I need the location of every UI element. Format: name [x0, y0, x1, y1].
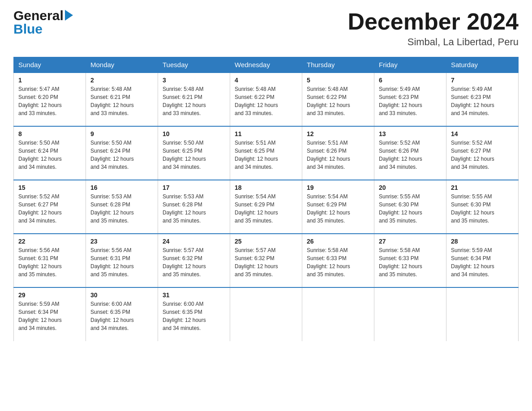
calendar-day-cell: 11 Sunrise: 5:51 AM Sunset: 6:25 PM Dayl… — [230, 126, 302, 180]
day-info: Sunrise: 5:54 AM Sunset: 6:29 PM Dayligh… — [235, 193, 297, 225]
day-number: 21 — [451, 184, 514, 191]
day-info: Sunrise: 5:52 AM Sunset: 6:27 PM Dayligh… — [18, 193, 81, 225]
day-number: 17 — [163, 184, 225, 191]
day-info: Sunrise: 5:50 AM Sunset: 6:25 PM Dayligh… — [163, 139, 225, 171]
day-number: 9 — [90, 130, 153, 137]
logo-triangle-icon — [65, 10, 73, 21]
calendar-day-cell: 6 Sunrise: 5:49 AM Sunset: 6:23 PM Dayli… — [374, 73, 446, 126]
day-number: 16 — [90, 184, 153, 191]
day-info: Sunrise: 5:50 AM Sunset: 6:24 PM Dayligh… — [18, 139, 81, 171]
calendar-day-cell: 28 Sunrise: 5:59 AM Sunset: 6:34 PM Dayl… — [446, 234, 519, 287]
logo-blue-text: Blue — [13, 22, 73, 36]
day-info: Sunrise: 5:48 AM Sunset: 6:22 PM Dayligh… — [235, 85, 297, 117]
logo: General Blue — [13, 9, 73, 36]
day-number: 3 — [163, 77, 225, 84]
calendar-day-cell: 24 Sunrise: 5:57 AM Sunset: 6:32 PM Dayl… — [158, 234, 230, 287]
calendar-day-cell: 2 Sunrise: 5:48 AM Sunset: 6:21 PM Dayli… — [86, 73, 158, 126]
location-subtitle: Simbal, La Libertad, Peru — [348, 36, 519, 48]
calendar-day-cell: 18 Sunrise: 5:54 AM Sunset: 6:29 PM Dayl… — [230, 180, 302, 234]
logo-general-text: General — [13, 9, 64, 22]
day-info: Sunrise: 5:53 AM Sunset: 6:28 PM Dayligh… — [90, 193, 153, 225]
month-title: December 2024 — [348, 9, 519, 34]
day-number: 31 — [163, 291, 225, 299]
calendar-body: 1 Sunrise: 5:47 AM Sunset: 6:20 PM Dayli… — [14, 73, 519, 341]
calendar-day-cell: 30 Sunrise: 6:00 AM Sunset: 6:35 PM Dayl… — [86, 287, 158, 341]
day-info: Sunrise: 5:58 AM Sunset: 6:33 PM Dayligh… — [307, 246, 369, 278]
calendar-day-cell: 25 Sunrise: 5:57 AM Sunset: 6:32 PM Dayl… — [230, 234, 302, 287]
day-number: 2 — [90, 77, 153, 84]
calendar-day-cell: 27 Sunrise: 5:58 AM Sunset: 6:33 PM Dayl… — [374, 234, 446, 287]
day-info: Sunrise: 5:49 AM Sunset: 6:23 PM Dayligh… — [451, 85, 514, 117]
calendar-day-cell: 3 Sunrise: 5:48 AM Sunset: 6:21 PM Dayli… — [158, 73, 230, 126]
calendar-week-row: 1 Sunrise: 5:47 AM Sunset: 6:20 PM Dayli… — [14, 73, 519, 126]
header-tuesday: Tuesday — [158, 57, 230, 73]
day-info: Sunrise: 5:50 AM Sunset: 6:24 PM Dayligh… — [90, 139, 153, 171]
calendar-day-cell — [230, 287, 302, 341]
day-number: 23 — [90, 238, 153, 245]
calendar-day-cell: 14 Sunrise: 5:52 AM Sunset: 6:27 PM Dayl… — [446, 126, 519, 180]
calendar-day-cell: 15 Sunrise: 5:52 AM Sunset: 6:27 PM Dayl… — [14, 180, 86, 234]
day-number: 12 — [307, 130, 369, 137]
calendar-day-cell: 12 Sunrise: 5:51 AM Sunset: 6:26 PM Dayl… — [302, 126, 374, 180]
calendar-day-cell — [446, 287, 519, 341]
day-info: Sunrise: 5:58 AM Sunset: 6:33 PM Dayligh… — [379, 246, 442, 278]
day-number: 14 — [451, 130, 514, 137]
day-number: 10 — [163, 130, 225, 137]
header-saturday: Saturday — [446, 57, 519, 73]
day-number: 1 — [18, 77, 81, 84]
day-info: Sunrise: 5:55 AM Sunset: 6:30 PM Dayligh… — [451, 193, 514, 225]
day-number: 19 — [307, 184, 369, 191]
calendar-day-cell — [374, 287, 446, 341]
header-monday: Monday — [86, 57, 158, 73]
day-number: 20 — [379, 184, 442, 191]
calendar-day-cell: 23 Sunrise: 5:56 AM Sunset: 6:31 PM Dayl… — [86, 234, 158, 287]
day-info: Sunrise: 5:47 AM Sunset: 6:20 PM Dayligh… — [18, 85, 81, 117]
day-info: Sunrise: 5:57 AM Sunset: 6:32 PM Dayligh… — [235, 246, 297, 278]
calendar-week-row: 8 Sunrise: 5:50 AM Sunset: 6:24 PM Dayli… — [14, 126, 519, 180]
header-thursday: Thursday — [302, 57, 374, 73]
day-number: 18 — [235, 184, 297, 191]
calendar-day-cell: 17 Sunrise: 5:53 AM Sunset: 6:28 PM Dayl… — [158, 180, 230, 234]
day-number: 6 — [379, 77, 442, 84]
day-number: 15 — [18, 184, 81, 191]
day-info: Sunrise: 5:48 AM Sunset: 6:22 PM Dayligh… — [307, 85, 369, 117]
title-block: December 2024 Simbal, La Libertad, Peru — [348, 9, 519, 48]
day-number: 13 — [379, 130, 442, 137]
day-info: Sunrise: 5:51 AM Sunset: 6:25 PM Dayligh… — [235, 139, 297, 171]
calendar-day-cell: 19 Sunrise: 5:54 AM Sunset: 6:29 PM Dayl… — [302, 180, 374, 234]
calendar-day-cell — [302, 287, 374, 341]
calendar-day-cell: 20 Sunrise: 5:55 AM Sunset: 6:30 PM Dayl… — [374, 180, 446, 234]
day-number: 27 — [379, 238, 442, 245]
header-sunday: Sunday — [14, 57, 86, 73]
day-info: Sunrise: 5:54 AM Sunset: 6:29 PM Dayligh… — [307, 193, 369, 225]
day-info: Sunrise: 5:48 AM Sunset: 6:21 PM Dayligh… — [163, 85, 225, 117]
day-info: Sunrise: 5:52 AM Sunset: 6:27 PM Dayligh… — [451, 139, 514, 171]
day-number: 26 — [307, 238, 369, 245]
day-number: 11 — [235, 130, 297, 137]
calendar-day-cell: 31 Sunrise: 6:00 AM Sunset: 6:35 PM Dayl… — [158, 287, 230, 341]
day-number: 4 — [235, 77, 297, 84]
day-info: Sunrise: 5:52 AM Sunset: 6:26 PM Dayligh… — [379, 139, 442, 171]
calendar-day-cell: 26 Sunrise: 5:58 AM Sunset: 6:33 PM Dayl… — [302, 234, 374, 287]
day-info: Sunrise: 5:49 AM Sunset: 6:23 PM Dayligh… — [379, 85, 442, 117]
day-number: 7 — [451, 77, 514, 84]
calendar-day-cell: 4 Sunrise: 5:48 AM Sunset: 6:22 PM Dayli… — [230, 73, 302, 126]
calendar-day-cell: 29 Sunrise: 5:59 AM Sunset: 6:34 PM Dayl… — [14, 287, 86, 341]
calendar-day-cell: 21 Sunrise: 5:55 AM Sunset: 6:30 PM Dayl… — [446, 180, 519, 234]
day-info: Sunrise: 5:56 AM Sunset: 6:31 PM Dayligh… — [18, 246, 81, 278]
calendar-day-cell: 13 Sunrise: 5:52 AM Sunset: 6:26 PM Dayl… — [374, 126, 446, 180]
calendar-day-cell: 8 Sunrise: 5:50 AM Sunset: 6:24 PM Dayli… — [14, 126, 86, 180]
page-header: General Blue December 2024 Simbal, La Li… — [13, 9, 519, 48]
day-info: Sunrise: 5:57 AM Sunset: 6:32 PM Dayligh… — [163, 246, 225, 278]
calendar-week-row: 22 Sunrise: 5:56 AM Sunset: 6:31 PM Dayl… — [14, 234, 519, 287]
calendar-day-cell: 9 Sunrise: 5:50 AM Sunset: 6:24 PM Dayli… — [86, 126, 158, 180]
calendar-table: Sunday Monday Tuesday Wednesday Thursday… — [13, 57, 519, 341]
day-number: 5 — [307, 77, 369, 84]
day-info: Sunrise: 5:55 AM Sunset: 6:30 PM Dayligh… — [379, 193, 442, 225]
calendar-day-cell: 5 Sunrise: 5:48 AM Sunset: 6:22 PM Dayli… — [302, 73, 374, 126]
header-wednesday: Wednesday — [230, 57, 302, 73]
header-friday: Friday — [374, 57, 446, 73]
day-info: Sunrise: 5:51 AM Sunset: 6:26 PM Dayligh… — [307, 139, 369, 171]
calendar-week-row: 29 Sunrise: 5:59 AM Sunset: 6:34 PM Dayl… — [14, 287, 519, 341]
day-info: Sunrise: 5:56 AM Sunset: 6:31 PM Dayligh… — [90, 246, 153, 278]
